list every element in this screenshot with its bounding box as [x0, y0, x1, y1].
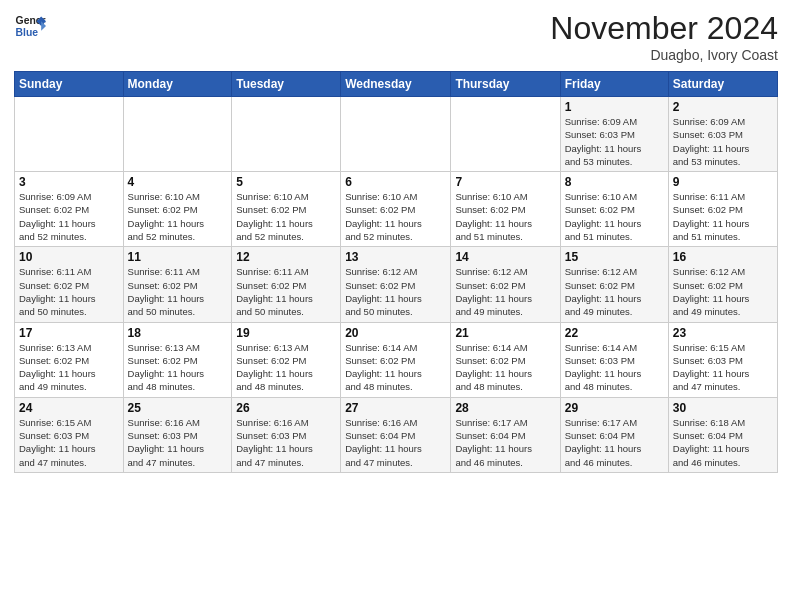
day-number: 10: [19, 250, 119, 264]
day-cell: 23Sunrise: 6:15 AM Sunset: 6:03 PM Dayli…: [668, 322, 777, 397]
page: General Blue November 2024 Duagbo, Ivory…: [0, 0, 792, 612]
day-cell: 24Sunrise: 6:15 AM Sunset: 6:03 PM Dayli…: [15, 397, 124, 472]
day-number: 2: [673, 100, 773, 114]
day-info: Sunrise: 6:10 AM Sunset: 6:02 PM Dayligh…: [565, 190, 664, 243]
col-wednesday: Wednesday: [341, 72, 451, 97]
day-number: 1: [565, 100, 664, 114]
general-blue-logo-icon: General Blue: [14, 10, 46, 42]
day-cell: 21Sunrise: 6:14 AM Sunset: 6:02 PM Dayli…: [451, 322, 560, 397]
month-title: November 2024: [550, 10, 778, 47]
week-row-1: 1Sunrise: 6:09 AM Sunset: 6:03 PM Daylig…: [15, 97, 778, 172]
day-info: Sunrise: 6:09 AM Sunset: 6:03 PM Dayligh…: [673, 115, 773, 168]
day-cell: 14Sunrise: 6:12 AM Sunset: 6:02 PM Dayli…: [451, 247, 560, 322]
day-number: 8: [565, 175, 664, 189]
day-info: Sunrise: 6:17 AM Sunset: 6:04 PM Dayligh…: [565, 416, 664, 469]
day-info: Sunrise: 6:16 AM Sunset: 6:03 PM Dayligh…: [236, 416, 336, 469]
day-cell: 6Sunrise: 6:10 AM Sunset: 6:02 PM Daylig…: [341, 172, 451, 247]
day-cell: [451, 97, 560, 172]
calendar-table: Sunday Monday Tuesday Wednesday Thursday…: [14, 71, 778, 473]
day-number: 5: [236, 175, 336, 189]
day-number: 23: [673, 326, 773, 340]
day-info: Sunrise: 6:09 AM Sunset: 6:03 PM Dayligh…: [565, 115, 664, 168]
day-number: 27: [345, 401, 446, 415]
day-number: 16: [673, 250, 773, 264]
day-number: 21: [455, 326, 555, 340]
day-info: Sunrise: 6:11 AM Sunset: 6:02 PM Dayligh…: [128, 265, 228, 318]
day-info: Sunrise: 6:12 AM Sunset: 6:02 PM Dayligh…: [565, 265, 664, 318]
day-info: Sunrise: 6:18 AM Sunset: 6:04 PM Dayligh…: [673, 416, 773, 469]
day-number: 30: [673, 401, 773, 415]
day-number: 19: [236, 326, 336, 340]
day-number: 22: [565, 326, 664, 340]
week-row-4: 17Sunrise: 6:13 AM Sunset: 6:02 PM Dayli…: [15, 322, 778, 397]
day-number: 17: [19, 326, 119, 340]
day-number: 11: [128, 250, 228, 264]
day-cell: 26Sunrise: 6:16 AM Sunset: 6:03 PM Dayli…: [232, 397, 341, 472]
day-info: Sunrise: 6:11 AM Sunset: 6:02 PM Dayligh…: [236, 265, 336, 318]
day-cell: 15Sunrise: 6:12 AM Sunset: 6:02 PM Dayli…: [560, 247, 668, 322]
day-info: Sunrise: 6:13 AM Sunset: 6:02 PM Dayligh…: [128, 341, 228, 394]
title-block: November 2024 Duagbo, Ivory Coast: [550, 10, 778, 63]
day-cell: 2Sunrise: 6:09 AM Sunset: 6:03 PM Daylig…: [668, 97, 777, 172]
day-cell: 25Sunrise: 6:16 AM Sunset: 6:03 PM Dayli…: [123, 397, 232, 472]
day-cell: 16Sunrise: 6:12 AM Sunset: 6:02 PM Dayli…: [668, 247, 777, 322]
day-info: Sunrise: 6:14 AM Sunset: 6:02 PM Dayligh…: [455, 341, 555, 394]
day-number: 7: [455, 175, 555, 189]
day-info: Sunrise: 6:09 AM Sunset: 6:02 PM Dayligh…: [19, 190, 119, 243]
svg-text:Blue: Blue: [16, 27, 39, 38]
day-info: Sunrise: 6:10 AM Sunset: 6:02 PM Dayligh…: [345, 190, 446, 243]
week-row-5: 24Sunrise: 6:15 AM Sunset: 6:03 PM Dayli…: [15, 397, 778, 472]
day-number: 26: [236, 401, 336, 415]
day-info: Sunrise: 6:14 AM Sunset: 6:02 PM Dayligh…: [345, 341, 446, 394]
calendar-header-row: Sunday Monday Tuesday Wednesday Thursday…: [15, 72, 778, 97]
day-info: Sunrise: 6:12 AM Sunset: 6:02 PM Dayligh…: [455, 265, 555, 318]
day-number: 9: [673, 175, 773, 189]
day-cell: 17Sunrise: 6:13 AM Sunset: 6:02 PM Dayli…: [15, 322, 124, 397]
day-cell: [15, 97, 124, 172]
col-sunday: Sunday: [15, 72, 124, 97]
day-number: 12: [236, 250, 336, 264]
day-cell: 5Sunrise: 6:10 AM Sunset: 6:02 PM Daylig…: [232, 172, 341, 247]
day-cell: 28Sunrise: 6:17 AM Sunset: 6:04 PM Dayli…: [451, 397, 560, 472]
day-number: 18: [128, 326, 228, 340]
day-cell: 3Sunrise: 6:09 AM Sunset: 6:02 PM Daylig…: [15, 172, 124, 247]
day-cell: 29Sunrise: 6:17 AM Sunset: 6:04 PM Dayli…: [560, 397, 668, 472]
day-cell: 1Sunrise: 6:09 AM Sunset: 6:03 PM Daylig…: [560, 97, 668, 172]
day-info: Sunrise: 6:11 AM Sunset: 6:02 PM Dayligh…: [673, 190, 773, 243]
day-cell: [123, 97, 232, 172]
day-cell: 10Sunrise: 6:11 AM Sunset: 6:02 PM Dayli…: [15, 247, 124, 322]
day-info: Sunrise: 6:12 AM Sunset: 6:02 PM Dayligh…: [673, 265, 773, 318]
day-info: Sunrise: 6:16 AM Sunset: 6:03 PM Dayligh…: [128, 416, 228, 469]
day-info: Sunrise: 6:13 AM Sunset: 6:02 PM Dayligh…: [236, 341, 336, 394]
logo: General Blue: [14, 10, 46, 42]
day-info: Sunrise: 6:10 AM Sunset: 6:02 PM Dayligh…: [455, 190, 555, 243]
day-cell: 22Sunrise: 6:14 AM Sunset: 6:03 PM Dayli…: [560, 322, 668, 397]
day-info: Sunrise: 6:12 AM Sunset: 6:02 PM Dayligh…: [345, 265, 446, 318]
day-number: 15: [565, 250, 664, 264]
day-number: 14: [455, 250, 555, 264]
week-row-3: 10Sunrise: 6:11 AM Sunset: 6:02 PM Dayli…: [15, 247, 778, 322]
day-cell: 30Sunrise: 6:18 AM Sunset: 6:04 PM Dayli…: [668, 397, 777, 472]
day-number: 3: [19, 175, 119, 189]
col-saturday: Saturday: [668, 72, 777, 97]
day-cell: [341, 97, 451, 172]
day-cell: 13Sunrise: 6:12 AM Sunset: 6:02 PM Dayli…: [341, 247, 451, 322]
header: General Blue November 2024 Duagbo, Ivory…: [14, 10, 778, 63]
location: Duagbo, Ivory Coast: [550, 47, 778, 63]
day-number: 28: [455, 401, 555, 415]
day-info: Sunrise: 6:10 AM Sunset: 6:02 PM Dayligh…: [128, 190, 228, 243]
day-number: 29: [565, 401, 664, 415]
day-number: 20: [345, 326, 446, 340]
col-thursday: Thursday: [451, 72, 560, 97]
day-info: Sunrise: 6:15 AM Sunset: 6:03 PM Dayligh…: [673, 341, 773, 394]
day-info: Sunrise: 6:15 AM Sunset: 6:03 PM Dayligh…: [19, 416, 119, 469]
day-info: Sunrise: 6:16 AM Sunset: 6:04 PM Dayligh…: [345, 416, 446, 469]
week-row-2: 3Sunrise: 6:09 AM Sunset: 6:02 PM Daylig…: [15, 172, 778, 247]
day-number: 25: [128, 401, 228, 415]
day-cell: 18Sunrise: 6:13 AM Sunset: 6:02 PM Dayli…: [123, 322, 232, 397]
day-cell: 27Sunrise: 6:16 AM Sunset: 6:04 PM Dayli…: [341, 397, 451, 472]
col-monday: Monday: [123, 72, 232, 97]
day-info: Sunrise: 6:13 AM Sunset: 6:02 PM Dayligh…: [19, 341, 119, 394]
day-cell: 11Sunrise: 6:11 AM Sunset: 6:02 PM Dayli…: [123, 247, 232, 322]
day-info: Sunrise: 6:14 AM Sunset: 6:03 PM Dayligh…: [565, 341, 664, 394]
